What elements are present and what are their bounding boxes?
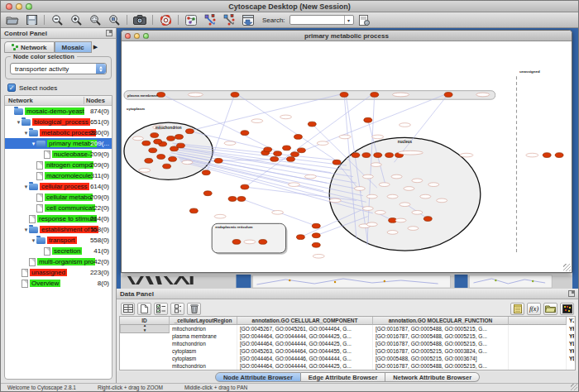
tab-network-attribute-browser[interactable]: Network Attribute Browser [385, 372, 480, 382]
tree-row-nitrogen-compo[interactable]: nitrogen compo209(0) [5, 160, 112, 170]
heatmap-matrix-icon[interactable] [560, 303, 574, 315]
network-node[interactable] [371, 93, 379, 98]
network-node[interactable] [312, 233, 320, 238]
save-icon[interactable] [23, 14, 40, 26]
network-node-label[interactable] [412, 211, 423, 215]
network-node-label[interactable] [428, 183, 439, 187]
tree-row-mosaic-demo-yeast[interactable]: mosaic-demo-yeast874(0) [5, 106, 112, 117]
table-cell[interactable]: [GO:0044464, GO:0044446, GO:0044444, G..… [237, 355, 373, 362]
network-node[interactable] [364, 117, 372, 122]
table-cell[interactable]: [GO:0016787, GO:0005488, GO:0005215, G..… [373, 362, 509, 370]
network-node[interactable] [185, 129, 194, 134]
expand-arrow-icon[interactable]: ▼ [31, 238, 36, 243]
notepad-icon[interactable] [510, 303, 524, 315]
network-node-label[interactable] [354, 187, 365, 191]
network-node[interactable] [228, 197, 237, 202]
network-node[interactable] [340, 93, 348, 98]
network-node[interactable] [157, 93, 165, 98]
network-node-label[interactable] [366, 222, 377, 227]
table-cell[interactable]: mitochondrion [170, 340, 237, 347]
combo-stepper-icon[interactable] [96, 64, 106, 74]
network-node-label[interactable] [371, 163, 381, 167]
tree-row-cellular-process[interactable]: ▼cellular process614(0) [5, 181, 112, 192]
cell-id[interactable]: YDR039C__1 [567, 355, 575, 362]
tree-row-metabolic-process[interactable]: ▼metabolic process280(0) [5, 127, 112, 138]
network-node-label[interactable] [387, 231, 398, 235]
network-node-label[interactable] [391, 174, 402, 179]
table-cell[interactable]: [GO:0016787, GO:0005488, GO:0005215, G..… [373, 332, 509, 340]
network-node[interactable] [312, 242, 320, 247]
float-panel-icon[interactable] [106, 30, 112, 36]
network-node[interactable] [287, 157, 295, 162]
table-cell[interactable]: mitochondrion [170, 325, 237, 332]
network-node-label[interactable] [404, 187, 414, 191]
network-node-label[interactable] [214, 214, 226, 218]
network-node[interactable] [169, 157, 177, 162]
import-network-icon[interactable] [240, 14, 256, 26]
table-cell[interactable] [509, 347, 567, 355]
column-header-filler[interactable] [509, 317, 567, 325]
function-builder-icon[interactable]: f(x) [527, 303, 541, 315]
network-node[interactable] [270, 157, 279, 162]
network-node-label[interactable] [362, 207, 373, 211]
network-node[interactable] [283, 146, 291, 151]
table-cell[interactable]: cytoplasm [170, 347, 237, 355]
network-node[interactable] [145, 158, 153, 163]
network-node[interactable] [175, 135, 184, 140]
network-node-label[interactable] [526, 153, 538, 157]
network-node-label[interactable] [182, 160, 193, 165]
tree-col-network[interactable]: Network [5, 97, 84, 104]
tree-row-transport[interactable]: ▼transport558(0) [5, 235, 112, 246]
table-cell[interactable]: cytoplasm [170, 355, 237, 362]
table-scrollbar[interactable]: ▴▾ [120, 325, 170, 333]
network-node-label[interactable] [188, 93, 203, 97]
zoom-in-icon[interactable] [68, 14, 84, 26]
network-node-label[interactable] [251, 119, 263, 123]
table-cell[interactable]: [GO:0044464, GO:0044444, GO:0044425, G..… [237, 362, 373, 370]
network-node-label[interactable] [379, 183, 390, 187]
cell-id[interactable]: YKR052C [567, 347, 575, 355]
network-node[interactable] [214, 158, 223, 163]
table-cell[interactable]: mitochondrion [170, 362, 237, 370]
network-view-window[interactable]: primary metabolic process plasma membran… [121, 30, 572, 273]
delete-attribute-trash-icon[interactable] [187, 303, 201, 315]
tree-row-response-to-stimulu[interactable]: response to stimulu264(0) [5, 213, 112, 224]
table-cell[interactable]: plasma membrane [170, 332, 237, 340]
cell-id[interactable]: YJR121W__1 [567, 317, 575, 324]
float-data-panel-icon[interactable] [568, 290, 575, 297]
network-node-label[interactable] [313, 254, 324, 258]
network-node[interactable] [274, 151, 282, 156]
vizmapper-icon[interactable] [183, 14, 199, 26]
network-node-label[interactable] [272, 211, 284, 215]
expand-arrow-icon[interactable]: ▼ [23, 184, 29, 189]
network-node[interactable] [555, 153, 563, 158]
column-header-_cellularLayoutRegion[interactable]: _cellularLayoutRegion [170, 317, 237, 325]
network-node-label[interactable] [329, 198, 341, 203]
table-cell[interactable] [509, 340, 567, 347]
network-node[interactable] [177, 143, 185, 148]
tree-row-nucleobase-[interactable]: nucleobase-209(0) [5, 149, 112, 160]
color-attribute-select[interactable]: transporter activity [10, 63, 107, 74]
network-node[interactable] [308, 122, 316, 127]
network-node-label[interactable] [304, 174, 316, 179]
network-node-label[interactable] [408, 227, 419, 231]
select-nodes-checkbox[interactable]: ✓ [7, 84, 16, 92]
table-cell[interactable] [509, 332, 567, 340]
table-cell[interactable]: [GO:0016787, GO:0005488, GO:0005215, G..… [373, 340, 509, 347]
expand-arrow-icon[interactable]: ▼ [23, 131, 29, 136]
network-node[interactable] [157, 155, 165, 160]
table-cell[interactable]: [GO:0016787, GO:0005488, GO:0005215, G..… [373, 325, 509, 332]
expand-arrow-icon[interactable]: ▼ [23, 227, 29, 232]
network-node[interactable] [231, 93, 239, 98]
tab-network[interactable]: Network [4, 41, 55, 53]
cell-id[interactable]: YLR295C [567, 340, 575, 347]
help-lifesaver-icon[interactable] [157, 14, 174, 26]
search-options-icon[interactable] [356, 14, 373, 26]
tree-row-macromolecule[interactable]: macromolecule311(0) [5, 170, 112, 181]
tree-row-cell-communicat[interactable]: cell communicat22(0) [5, 203, 112, 213]
cell-id[interactable]: YPL036W__2 [567, 325, 575, 332]
column-header-annotation.GO CELLULAR_COMPONENT[interactable]: annotation.GO CELLULAR_COMPONENT [237, 317, 373, 325]
network-node-label[interactable] [420, 194, 431, 198]
network-node-label[interactable] [339, 135, 351, 139]
network-node[interactable] [149, 148, 157, 153]
